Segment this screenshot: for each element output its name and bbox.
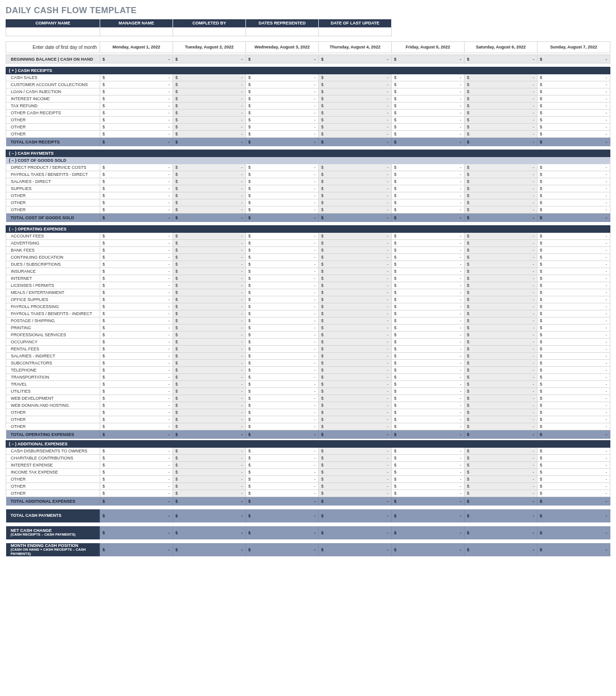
amount-cell[interactable]: $-: [465, 339, 537, 346]
amount-cell[interactable]: $-: [173, 490, 246, 497]
amount-cell[interactable]: $-: [537, 430, 610, 439]
amount-cell[interactable]: $-: [319, 117, 392, 124]
amount-cell[interactable]: $-: [100, 448, 173, 455]
amount-cell[interactable]: $-: [173, 395, 246, 402]
amount-cell[interactable]: $-: [173, 282, 246, 289]
amount-cell[interactable]: $-: [100, 268, 173, 275]
date-cell[interactable]: Sunday, August 7, 2022: [537, 41, 610, 53]
amount-cell[interactable]: $-: [392, 240, 465, 247]
amount-cell[interactable]: $-: [100, 543, 173, 556]
amount-cell[interactable]: $-: [537, 490, 610, 497]
amount-cell[interactable]: $-: [319, 448, 392, 455]
amount-cell[interactable]: $-: [173, 310, 246, 317]
amount-cell[interactable]: $-: [246, 367, 319, 374]
amount-cell[interactable]: $-: [392, 88, 465, 95]
amount-cell[interactable]: $-: [173, 268, 246, 275]
amount-cell[interactable]: $-: [392, 526, 465, 539]
amount-cell[interactable]: $-: [173, 117, 246, 124]
date-cell[interactable]: Tuesday, August 2, 2022: [173, 41, 246, 53]
amount-cell[interactable]: $-: [173, 131, 246, 138]
amount-cell[interactable]: $-: [100, 275, 173, 282]
amount-cell[interactable]: $-: [100, 455, 173, 462]
amount-cell[interactable]: $-: [100, 206, 173, 214]
date-cell[interactable]: Friday, August 5, 2022: [392, 41, 465, 53]
amount-cell[interactable]: $-: [319, 103, 392, 110]
amount-cell[interactable]: $-: [465, 310, 537, 317]
amount-cell[interactable]: $-: [100, 332, 173, 339]
amount-cell[interactable]: $-: [100, 199, 173, 206]
amount-cell[interactable]: $-: [100, 185, 173, 192]
amount-cell[interactable]: $-: [100, 131, 173, 138]
amount-cell[interactable]: $-: [465, 296, 537, 303]
amount-cell[interactable]: $-: [100, 423, 173, 430]
amount-cell[interactable]: $-: [537, 261, 610, 268]
amount-cell[interactable]: $-: [537, 214, 610, 222]
amount-cell[interactable]: $-: [392, 462, 465, 469]
amount-cell[interactable]: $-: [392, 275, 465, 282]
amount-cell[interactable]: $-: [392, 367, 465, 374]
amount-cell[interactable]: $-: [173, 81, 246, 88]
amount-cell[interactable]: $-: [100, 310, 173, 317]
amount-cell[interactable]: $-: [465, 476, 537, 483]
amount-cell[interactable]: $-: [465, 324, 537, 332]
amount-cell[interactable]: $-: [537, 247, 610, 254]
amount-cell[interactable]: $-: [465, 199, 537, 206]
amount-cell[interactable]: $-: [173, 346, 246, 353]
amount-cell[interactable]: $-: [319, 199, 392, 206]
amount-cell[interactable]: $-: [392, 360, 465, 367]
amount-cell[interactable]: $-: [173, 74, 246, 81]
amount-cell[interactable]: $-: [537, 103, 610, 110]
amount-cell[interactable]: $-: [537, 240, 610, 247]
amount-cell[interactable]: $-: [465, 416, 537, 423]
amount-cell[interactable]: $-: [465, 192, 537, 199]
amount-cell[interactable]: $-: [319, 192, 392, 199]
amount-cell[interactable]: $-: [173, 88, 246, 95]
amount-cell[interactable]: $-: [392, 247, 465, 254]
amount-cell[interactable]: $-: [100, 476, 173, 483]
amount-cell[interactable]: $-: [100, 282, 173, 289]
amount-cell[interactable]: $-: [392, 317, 465, 324]
amount-cell[interactable]: $-: [246, 74, 319, 81]
amount-cell[interactable]: $-: [537, 303, 610, 310]
amount-cell[interactable]: $-: [246, 199, 319, 206]
amount-cell[interactable]: $-: [100, 55, 173, 63]
amount-cell[interactable]: $-: [537, 88, 610, 95]
amount-cell[interactable]: $-: [537, 367, 610, 374]
amount-cell[interactable]: $-: [246, 346, 319, 353]
amount-cell[interactable]: $-: [392, 206, 465, 214]
amount-cell[interactable]: $-: [392, 199, 465, 206]
amount-cell[interactable]: $-: [173, 171, 246, 178]
amount-cell[interactable]: $-: [319, 110, 392, 117]
amount-cell[interactable]: $-: [173, 360, 246, 367]
amount-cell[interactable]: $-: [100, 324, 173, 332]
amount-cell[interactable]: $-: [465, 423, 537, 430]
amount-cell[interactable]: $-: [246, 381, 319, 388]
amount-cell[interactable]: $-: [319, 254, 392, 261]
amount-cell[interactable]: $-: [173, 261, 246, 268]
amount-cell[interactable]: $-: [537, 332, 610, 339]
amount-cell[interactable]: $-: [465, 430, 537, 439]
amount-cell[interactable]: $-: [392, 324, 465, 332]
info-input[interactable]: [319, 27, 392, 36]
amount-cell[interactable]: $-: [173, 289, 246, 296]
amount-cell[interactable]: $-: [537, 381, 610, 388]
amount-cell[interactable]: $-: [465, 261, 537, 268]
amount-cell[interactable]: $-: [537, 310, 610, 317]
amount-cell[interactable]: $-: [537, 360, 610, 367]
amount-cell[interactable]: $-: [392, 346, 465, 353]
amount-cell[interactable]: $-: [319, 310, 392, 317]
amount-cell[interactable]: $-: [465, 409, 537, 416]
amount-cell[interactable]: $-: [465, 483, 537, 490]
amount-cell[interactable]: $-: [319, 240, 392, 247]
amount-cell[interactable]: $-: [319, 303, 392, 310]
amount-cell[interactable]: $-: [319, 409, 392, 416]
amount-cell[interactable]: $-: [173, 185, 246, 192]
amount-cell[interactable]: $-: [246, 509, 319, 522]
amount-cell[interactable]: $-: [173, 254, 246, 261]
amount-cell[interactable]: $-: [319, 88, 392, 95]
amount-cell[interactable]: $-: [246, 240, 319, 247]
amount-cell[interactable]: $-: [537, 95, 610, 103]
amount-cell[interactable]: $-: [537, 509, 610, 522]
amount-cell[interactable]: $-: [319, 430, 392, 439]
amount-cell[interactable]: $-: [319, 462, 392, 469]
